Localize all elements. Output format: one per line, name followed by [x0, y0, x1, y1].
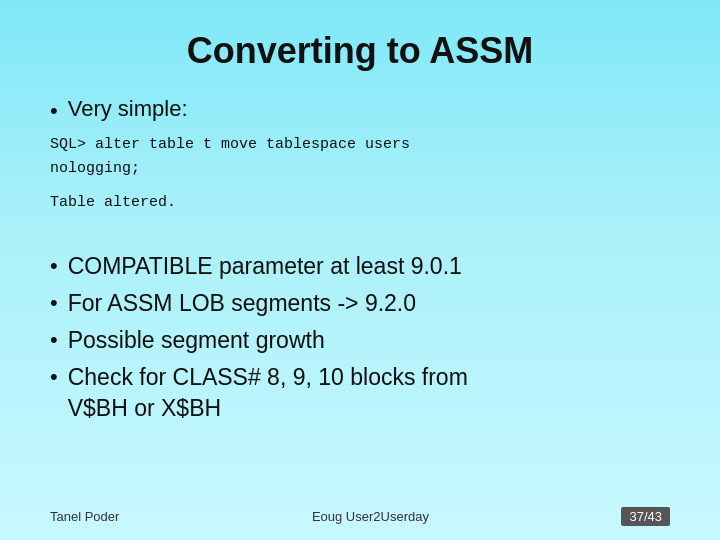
code-line-2: nologging; [50, 157, 670, 181]
table-altered-text: Table altered. [50, 191, 670, 215]
intro-bullet: • Very simple: [50, 96, 670, 127]
slide: Converting to ASSM • Very simple: SQL> a… [0, 0, 720, 540]
bullet-dot-1: • [50, 96, 58, 127]
bullet-item-4: • Check for CLASS# 8, 9, 10 blocks from … [50, 362, 670, 424]
bullet-text-1: COMPATIBLE parameter at least 9.0.1 [68, 251, 462, 282]
bullet-item-2: • For ASSM LOB segments -> 9.2.0 [50, 288, 670, 319]
bullet-dot-4: • [50, 325, 58, 356]
bullet-dot-2: • [50, 251, 58, 282]
bullet-text-4a: Check for CLASS# 8, 9, 10 blocks from [68, 362, 468, 393]
bullet-dot-5: • [50, 362, 58, 393]
bullet-text-2: For ASSM LOB segments -> 9.2.0 [68, 288, 416, 319]
footer-right: 37/43 [621, 507, 670, 526]
intro-bullet-text: Very simple: [68, 96, 188, 122]
bullet-item-1: • COMPATIBLE parameter at least 9.0.1 [50, 251, 670, 282]
bullet-dot-3: • [50, 288, 58, 319]
footer-center: Eoug User2Userday [312, 509, 429, 524]
bullet-text-4-container: Check for CLASS# 8, 9, 10 blocks from V$… [68, 362, 468, 424]
code-line-1: SQL> alter table t move tablespace users [50, 133, 670, 157]
footer-left: Tanel Poder [50, 509, 119, 524]
bullet-item-3: • Possible segment growth [50, 325, 670, 356]
intro-section: • Very simple: SQL> alter table t move t… [50, 96, 670, 233]
main-bullet-list: • COMPATIBLE parameter at least 9.0.1 • … [50, 251, 670, 430]
bullet-text-3: Possible segment growth [68, 325, 325, 356]
code-block: SQL> alter table t move tablespace users… [50, 133, 670, 181]
footer: Tanel Poder Eoug User2Userday 37/43 [50, 507, 670, 526]
slide-title: Converting to ASSM [50, 30, 670, 72]
bullet-text-4b: V$BH or X$BH [68, 393, 468, 424]
